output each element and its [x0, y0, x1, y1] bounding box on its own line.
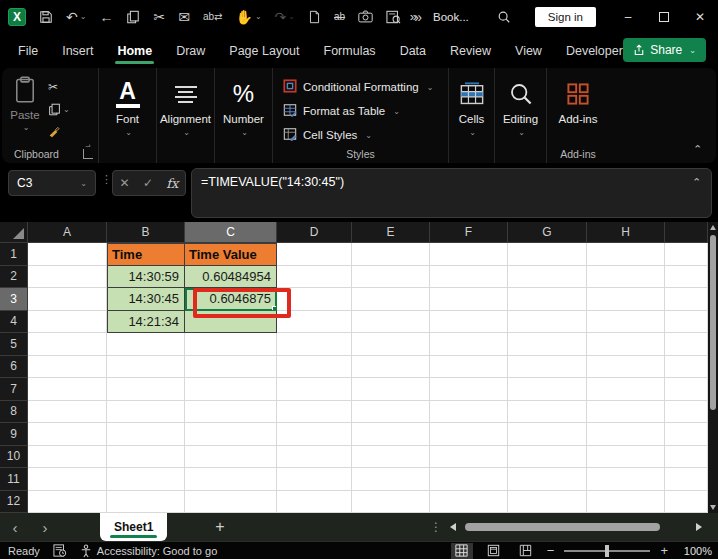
cell-A7[interactable]	[28, 378, 107, 401]
tab-draw[interactable]: Draw	[176, 38, 205, 64]
cell-H2[interactable]	[587, 266, 665, 289]
cell-E10[interactable]	[352, 446, 430, 469]
tab-view[interactable]: View	[515, 38, 542, 64]
cell-C6[interactable]	[185, 356, 277, 379]
cell-A8[interactable]	[28, 401, 107, 424]
cell-D2[interactable]	[277, 266, 352, 289]
book-lookup-icon[interactable]	[386, 10, 401, 24]
vertical-scrollbar-thumb[interactable]	[710, 235, 716, 410]
cell-H12[interactable]	[587, 491, 665, 514]
redo-icon[interactable]: ↷⌄	[275, 10, 295, 24]
cell-D5[interactable]	[277, 333, 352, 356]
cell-A10[interactable]	[28, 446, 107, 469]
cell-H10[interactable]	[587, 446, 665, 469]
zoom-slider[interactable]	[564, 550, 650, 552]
tab-data[interactable]: Data	[400, 38, 426, 64]
normal-view-button[interactable]	[451, 543, 473, 559]
format-painter-button[interactable]	[48, 123, 70, 139]
cell-B4[interactable]: 14:21:34	[107, 311, 185, 334]
cell-G1[interactable]	[508, 243, 587, 266]
column-header-E[interactable]: E	[352, 222, 430, 243]
cell-F9[interactable]	[430, 423, 508, 446]
cell-A6[interactable]	[28, 356, 107, 379]
cell-C9[interactable]	[185, 423, 277, 446]
cell-F11[interactable]	[430, 468, 508, 491]
tab-developer[interactable]: Developer	[566, 38, 623, 64]
new-sheet-button[interactable]: +	[215, 518, 224, 536]
strike-format-icon[interactable]: ab	[334, 12, 345, 22]
cell-partial11[interactable]	[665, 468, 708, 491]
row-header-3[interactable]: 3	[0, 288, 28, 311]
format-as-table-button[interactable]: Format as Table⌄	[283, 99, 448, 123]
name-box[interactable]: C3 ⌄	[8, 170, 96, 196]
font-button[interactable]: AFont⌄	[99, 68, 156, 163]
hscroll-right-icon[interactable]	[696, 523, 702, 531]
horizontal-scrollbar[interactable]	[462, 523, 690, 531]
accessibility-status[interactable]: Accessibility: Good to go	[80, 544, 217, 558]
cell-partial12[interactable]	[665, 491, 708, 514]
cell-partial4[interactable]	[665, 311, 708, 334]
cell-F2[interactable]	[430, 266, 508, 289]
row-header-6[interactable]: 6	[0, 356, 28, 379]
maximize-button[interactable]	[646, 0, 682, 33]
column-header-B[interactable]: B	[107, 222, 185, 243]
cell-F3[interactable]	[430, 288, 508, 311]
zoom-slider-thumb[interactable]	[605, 545, 609, 557]
cell-G6[interactable]	[508, 356, 587, 379]
cell-B8[interactable]	[107, 401, 185, 424]
tab-page-layout[interactable]: Page Layout	[229, 38, 299, 64]
column-header-H[interactable]: H	[587, 222, 665, 243]
cell-partial7[interactable]	[665, 378, 708, 401]
fill-handle[interactable]	[272, 306, 277, 311]
insert-function-icon[interactable]: fx	[166, 176, 178, 191]
cell-D11[interactable]	[277, 468, 352, 491]
zoom-in-button[interactable]: +	[660, 543, 668, 558]
cell-H11[interactable]	[587, 468, 665, 491]
sheet-bar-grip-icon[interactable]: ⋮	[430, 520, 442, 534]
cell-C3[interactable]: 0.6046875	[185, 288, 277, 311]
editing-button[interactable]: Editing⌄	[495, 68, 546, 163]
cell-D6[interactable]	[277, 356, 352, 379]
cell-B1[interactable]: Time	[107, 243, 185, 266]
cell-E2[interactable]	[352, 266, 430, 289]
camera-icon[interactable]	[358, 10, 373, 23]
tab-formulas[interactable]: Formulas	[324, 38, 376, 64]
row-header-11[interactable]: 11	[0, 468, 28, 491]
cell-styles-button[interactable]: Cell Styles⌄	[283, 123, 448, 147]
cell-E1[interactable]	[352, 243, 430, 266]
sign-in-button[interactable]: Sign in	[535, 7, 596, 27]
cell-H8[interactable]	[587, 401, 665, 424]
cell-C12[interactable]	[185, 491, 277, 514]
cell-C7[interactable]	[185, 378, 277, 401]
formula-input[interactable]: =TIMEVALUE("14:30:45") ⌄	[191, 168, 712, 218]
cell-G8[interactable]	[508, 401, 587, 424]
cut-icon[interactable]: ✂	[153, 10, 165, 24]
collapse-formula-bar-icon[interactable]: ⌄	[692, 175, 701, 188]
cells-button[interactable]: Cells⌄	[449, 68, 494, 163]
cell-B12[interactable]	[107, 491, 185, 514]
cell-B5[interactable]	[107, 333, 185, 356]
cell-partial2[interactable]	[665, 266, 708, 289]
cancel-icon[interactable]: ✕	[120, 176, 130, 190]
cell-D10[interactable]	[277, 446, 352, 469]
cell-F10[interactable]	[430, 446, 508, 469]
row-header-10[interactable]: 10	[0, 446, 28, 469]
tab-review[interactable]: Review	[450, 38, 491, 64]
number-button[interactable]: %Number⌄	[215, 68, 272, 163]
touch-mode-icon[interactable]: ✋⌄	[235, 10, 261, 24]
column-header-G[interactable]: G	[508, 222, 587, 243]
cell-partial9[interactable]	[665, 423, 708, 446]
page-break-preview-button[interactable]	[515, 543, 537, 559]
cell-partial5[interactable]	[665, 333, 708, 356]
cell-G2[interactable]	[508, 266, 587, 289]
cell-E7[interactable]	[352, 378, 430, 401]
row-header-4[interactable]: 4	[0, 311, 28, 334]
column-header-F[interactable]: F	[430, 222, 508, 243]
tab-insert[interactable]: Insert	[62, 38, 93, 64]
cell-F8[interactable]	[430, 401, 508, 424]
cell-E4[interactable]	[352, 311, 430, 334]
cell-A11[interactable]	[28, 468, 107, 491]
cell-F4[interactable]	[430, 311, 508, 334]
horizontal-scrollbar-thumb[interactable]	[465, 523, 660, 531]
cell-E9[interactable]	[352, 423, 430, 446]
